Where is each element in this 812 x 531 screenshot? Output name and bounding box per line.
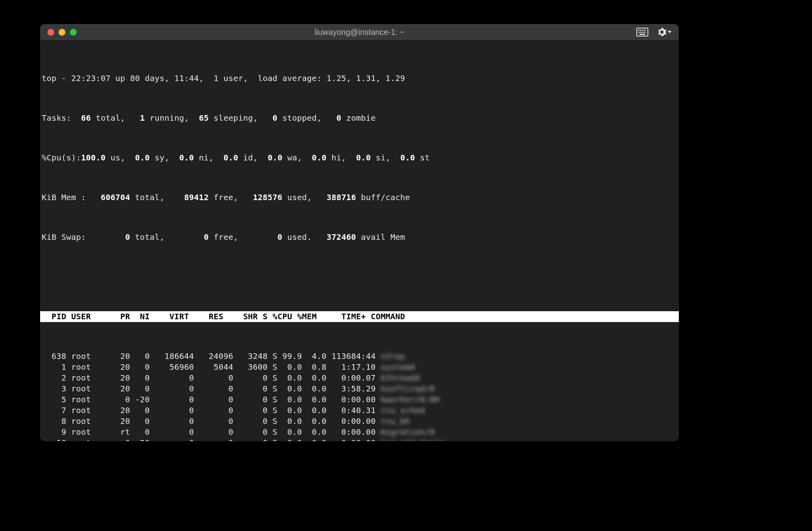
top-summary-mem: KiB Mem : 606704 total, 89412 free, 1285… (40, 192, 679, 203)
svg-rect-2 (640, 30, 641, 31)
svg-rect-7 (642, 32, 644, 33)
keyboard-icon[interactable] (636, 28, 648, 36)
process-row-cells: 8 root 20 0 0 0 0 S 0.0 0.0 0:00.00 (42, 416, 381, 426)
process-command: migration/0 (381, 427, 435, 438)
zoom-icon[interactable] (70, 29, 77, 36)
top-summary-uptime: top - 22:23:07 up 80 days, 11:44, 1 user… (40, 73, 679, 84)
process-row: 638 root 20 0 186644 24096 3248 S 99.9 4… (40, 351, 679, 362)
process-command: ksoftirqd/0 (381, 383, 435, 394)
process-command: lru-add-drain (381, 438, 445, 441)
process-row: 8 root 20 0 0 0 0 S 0.0 0.0 0:00.00 rcu_… (40, 416, 679, 427)
process-row: 5 root 0 -20 0 0 0 S 0.0 0.0 0:00.00 kwo… (40, 394, 679, 405)
terminal-output[interactable]: top - 22:23:07 up 80 days, 11:44, 1 user… (40, 40, 679, 441)
process-command: v2ray (381, 351, 405, 362)
close-icon[interactable] (47, 29, 54, 36)
process-row-cells: 7 root 20 0 0 0 0 S 0.0 0.0 0:40.31 (42, 405, 381, 415)
process-command: rcu_bh (381, 416, 410, 427)
process-list: 638 root 20 0 186644 24096 3248 S 99.9 4… (40, 351, 679, 441)
top-summary-swap: KiB Swap: 0 total, 0 free, 0 used. 37246… (40, 232, 679, 243)
process-row: 1 root 20 0 56960 5044 3600 S 0.0 0.8 1:… (40, 362, 679, 373)
svg-rect-6 (640, 32, 641, 33)
process-row: 2 root 20 0 0 0 0 S 0.0 0.0 0:00.07 kthr… (40, 373, 679, 383)
process-row-cells: 9 root rt 0 0 0 0 S 0.0 0.0 0:00.00 (42, 427, 381, 437)
process-row-cells: 2 root 20 0 0 0 0 S 0.0 0.0 0:00.07 (42, 373, 381, 383)
process-row: 10 root 0 -20 0 0 0 S 0.0 0.0 0:00.00 lr… (40, 438, 679, 441)
gear-icon (657, 27, 667, 37)
process-command: rcu_sched (381, 405, 425, 416)
titlebar: liuwayong@instance-1: ~ (40, 24, 679, 40)
svg-rect-8 (644, 32, 646, 33)
process-row-cells: 3 root 20 0 0 0 0 S 0.0 0.0 3:58.29 (42, 384, 381, 393)
process-row: 3 root 20 0 0 0 0 S 0.0 0.0 3:58.29 ksof… (40, 383, 679, 394)
process-row: 7 root 20 0 0 0 0 S 0.0 0.0 0:40.31 rcu_… (40, 405, 679, 416)
minimize-icon[interactable] (59, 29, 65, 36)
svg-rect-1 (638, 30, 639, 31)
process-command: systemd (381, 362, 415, 373)
top-summary-tasks: Tasks: 66 total, 1 running, 65 sleeping,… (40, 113, 679, 124)
process-command: kworker/0:0H (381, 394, 440, 405)
svg-rect-3 (642, 30, 644, 31)
window-title: liuwayong@instance-1: ~ (40, 28, 679, 37)
top-summary-cpu: %Cpu(s):100.0 us, 0.0 sy, 0.0 ni, 0.0 id… (40, 152, 679, 163)
chevron-down-icon (668, 31, 672, 33)
terminal-window: liuwayong@instance-1: ~ (40, 24, 679, 441)
process-row-cells: 5 root 0 -20 0 0 0 S 0.0 0.0 0:00.00 (42, 395, 381, 404)
svg-rect-4 (644, 30, 646, 31)
process-row-cells: 1 root 20 0 56960 5044 3600 S 0.0 0.8 1:… (42, 362, 381, 372)
process-command: kthreadd (381, 373, 420, 383)
process-columns-header: PID USER PR NI VIRT RES SHR S %CPU %MEM … (40, 311, 679, 322)
svg-rect-9 (639, 34, 645, 35)
process-row-cells: 638 root 20 0 186644 24096 3248 S 99.9 4… (42, 351, 381, 361)
settings-menu[interactable] (657, 27, 672, 37)
window-controls (40, 29, 77, 36)
process-row-cells: 10 root 0 -20 0 0 0 S 0.0 0.0 0:00.00 (42, 438, 381, 441)
svg-rect-5 (638, 32, 639, 33)
blank-line (40, 272, 679, 282)
process-row: 9 root rt 0 0 0 0 S 0.0 0.0 0:00.00 migr… (40, 427, 679, 438)
